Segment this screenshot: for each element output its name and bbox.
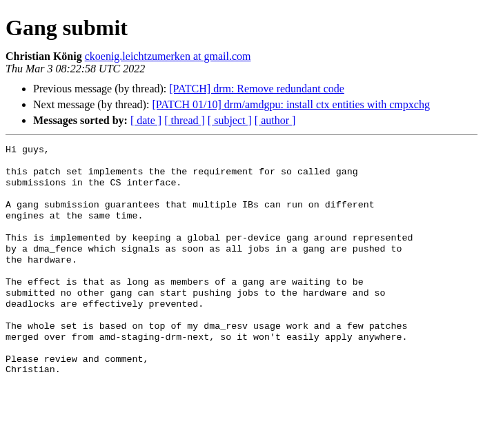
- author-name: Christian König: [6, 50, 82, 62]
- sort-thread-link[interactable]: [ thread ]: [164, 114, 205, 126]
- nav-list: Previous message (by thread): [PATCH] dr…: [6, 82, 477, 128]
- next-message-link[interactable]: [PATCH 01/10] drm/amdgpu: install ctx en…: [152, 99, 429, 110]
- message-date: Thu Mar 3 08:22:58 UTC 2022: [6, 63, 145, 74]
- sort-date-link[interactable]: [ date ]: [130, 114, 161, 126]
- next-label: Next message (by thread):: [33, 99, 152, 110]
- sort-item: Messages sorted by: [ date ] [ thread ] …: [33, 114, 477, 128]
- page-title: Gang submit: [6, 15, 477, 41]
- divider: [6, 134, 477, 135]
- next-message-item: Next message (by thread): [PATCH 01/10] …: [33, 98, 477, 112]
- prev-message-link[interactable]: [PATCH] drm: Remove redundant code: [169, 83, 344, 94]
- message-body: Hi guys, this patch set implements the t…: [6, 145, 477, 376]
- prev-message-item: Previous message (by thread): [PATCH] dr…: [33, 82, 477, 96]
- prev-label: Previous message (by thread):: [33, 83, 169, 94]
- message-header: Christian König ckoenig.leichtzumerken a…: [6, 50, 477, 75]
- sort-author-link[interactable]: [ author ]: [255, 114, 296, 126]
- sort-subject-link[interactable]: [ subject ]: [208, 114, 252, 126]
- sort-label: Messages sorted by:: [33, 114, 128, 126]
- author-email-link[interactable]: ckoenig.leichtzumerken at gmail.com: [85, 50, 251, 62]
